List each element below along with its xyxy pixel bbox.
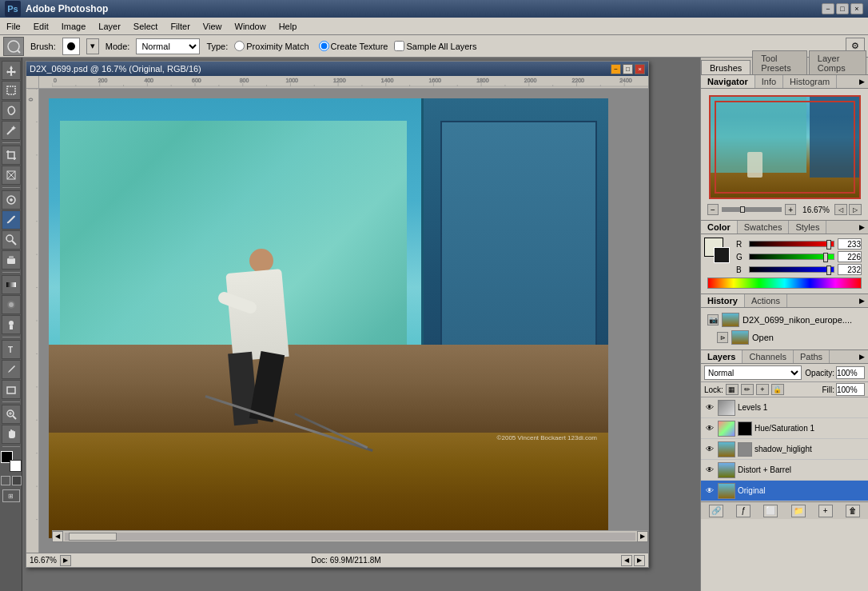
scroll-doc-left[interactable]: ◀ <box>621 555 632 566</box>
layer-vis-distort[interactable]: 👁 <box>704 465 715 476</box>
quickmask-mode[interactable] <box>12 476 22 485</box>
layer-vis-original[interactable]: 👁 <box>704 485 715 497</box>
zoom-out-btn[interactable]: − <box>707 204 719 215</box>
tool-marquee[interactable] <box>2 81 21 100</box>
channel-g-input[interactable] <box>838 251 862 262</box>
tool-pen[interactable] <box>2 360 21 379</box>
history-item-snapshot[interactable]: 📷 D2X_0699_nikon_europe.... <box>704 311 865 329</box>
color-spectrum[interactable] <box>707 278 862 289</box>
fill-input[interactable] <box>836 383 865 396</box>
tool-icon[interactable] <box>3 37 24 56</box>
menu-window[interactable]: Window <box>229 20 273 33</box>
mode-select[interactable]: Normal Multiply Screen <box>136 38 200 54</box>
nav-btn-2[interactable]: ▷ <box>849 204 862 215</box>
tool-healing[interactable] <box>2 190 21 210</box>
tab-layer-comps[interactable]: Layer Comps <box>809 50 866 74</box>
layer-link-btn[interactable]: 🔗 <box>709 505 723 517</box>
scroll-right-btn[interactable]: ▶ <box>637 531 648 542</box>
tab-layers[interactable]: Layers <box>701 350 743 363</box>
channel-b-thumb[interactable] <box>826 266 831 275</box>
nav-btn-1[interactable]: ◁ <box>834 204 847 215</box>
channel-g-slider[interactable] <box>749 254 834 260</box>
sample-all-checkbox[interactable] <box>394 41 404 51</box>
standard-mode[interactable] <box>1 476 10 485</box>
menu-edit[interactable]: Edit <box>27 20 55 33</box>
tool-magic-wand[interactable] <box>2 121 21 140</box>
channel-r-thumb[interactable] <box>826 240 831 250</box>
tool-lasso[interactable] <box>2 101 21 120</box>
menu-select[interactable]: Select <box>127 20 165 33</box>
layer-distort[interactable]: 👁 Distort + Barrel <box>701 460 868 481</box>
h-scroll-thumb[interactable] <box>69 533 117 541</box>
scroll-doc-right[interactable]: ▶ <box>634 555 645 566</box>
tool-slice[interactable] <box>2 166 21 185</box>
background-color[interactable] <box>10 460 22 472</box>
tool-eraser[interactable] <box>2 250 21 270</box>
layer-shadow[interactable]: 👁 shadow_higlight <box>701 439 868 460</box>
sample-all-group[interactable]: Sample All Layers <box>394 41 476 51</box>
close-button[interactable]: × <box>850 3 863 14</box>
tool-hand[interactable] <box>2 425 21 444</box>
tool-brush[interactable] <box>2 210 21 230</box>
create-texture-radio[interactable] <box>319 41 329 51</box>
h-scroll-track[interactable] <box>65 533 635 541</box>
tool-blur[interactable] <box>2 295 21 314</box>
lock-transparent-btn[interactable]: ▦ <box>726 384 739 395</box>
proximity-match-label[interactable]: Proximity Match <box>234 41 309 51</box>
status-triangle[interactable]: ▶ <box>60 555 71 566</box>
layer-vis-shadow[interactable]: 👁 <box>704 444 715 455</box>
layer-mask-btn[interactable]: ⬜ <box>763 505 778 517</box>
channel-r-slider[interactable] <box>749 241 834 247</box>
tool-dodge[interactable] <box>2 315 21 334</box>
navigator-menu-btn[interactable]: ▶ <box>856 76 868 87</box>
layer-original[interactable]: 👁 Original <box>701 481 868 501</box>
tool-gradient[interactable] <box>2 275 21 294</box>
menu-filter[interactable]: Filter <box>164 20 196 33</box>
layer-huesat[interactable]: 👁 Hue/Saturation 1 <box>701 418 868 439</box>
layers-menu-btn[interactable]: ▶ <box>856 351 868 362</box>
channel-b-slider[interactable] <box>749 266 834 273</box>
tab-actions[interactable]: Actions <box>745 294 787 307</box>
tab-navigator[interactable]: Navigator <box>701 75 755 88</box>
lock-position-btn[interactable]: + <box>756 384 769 395</box>
tab-color[interactable]: Color <box>701 221 738 234</box>
tab-paths[interactable]: Paths <box>794 350 830 363</box>
opacity-input[interactable] <box>836 366 865 379</box>
doc-close[interactable]: × <box>635 64 645 74</box>
tab-info[interactable]: Info <box>755 75 783 88</box>
channel-r-input[interactable] <box>838 238 862 250</box>
menu-help[interactable]: Help <box>273 20 304 33</box>
tab-histogram[interactable]: Histogram <box>783 75 837 88</box>
doc-minimize[interactable]: − <box>611 64 621 74</box>
maximize-button[interactable]: □ <box>836 3 849 14</box>
layer-new-btn[interactable]: + <box>818 505 833 517</box>
menu-layer[interactable]: Layer <box>92 20 127 33</box>
color-swatches[interactable] <box>1 451 22 472</box>
scroll-left-btn[interactable]: ◀ <box>52 531 63 542</box>
history-menu-btn[interactable]: ▶ <box>856 295 868 306</box>
menu-view[interactable]: View <box>197 20 229 33</box>
nav-viewport-box[interactable] <box>715 101 855 194</box>
tab-tool-presets[interactable]: Tool Presets <box>752 50 806 74</box>
tab-swatches[interactable]: Swatches <box>738 221 790 234</box>
lock-image-btn[interactable]: ✏ <box>741 384 754 395</box>
screen-mode-btn[interactable]: ⊞ <box>2 489 20 502</box>
layer-delete-btn[interactable]: 🗑 <box>846 505 860 517</box>
tool-shape[interactable] <box>2 380 21 399</box>
tab-styles[interactable]: Styles <box>789 221 826 234</box>
tab-channels[interactable]: Channels <box>743 350 793 363</box>
create-texture-label[interactable]: Create Texture <box>319 41 388 51</box>
layer-group-btn[interactable]: 📁 <box>791 505 806 517</box>
lock-all-btn[interactable]: 🔒 <box>771 384 784 395</box>
layer-vis-levels[interactable]: 👁 <box>704 402 715 413</box>
bg-color-swatch[interactable] <box>714 247 730 263</box>
menu-file[interactable]: File <box>0 20 27 33</box>
tool-zoom[interactable] <box>2 405 21 424</box>
tool-crop[interactable] <box>2 146 21 165</box>
tab-history[interactable]: History <box>701 294 745 307</box>
layer-vis-huesat[interactable]: 👁 <box>704 423 715 434</box>
layer-levels[interactable]: 👁 Levels 1 <box>701 397 868 418</box>
brush-dropdown[interactable]: ▾ <box>86 38 99 54</box>
layer-style-btn[interactable]: ƒ <box>736 505 751 517</box>
tool-type[interactable]: T <box>2 340 21 359</box>
